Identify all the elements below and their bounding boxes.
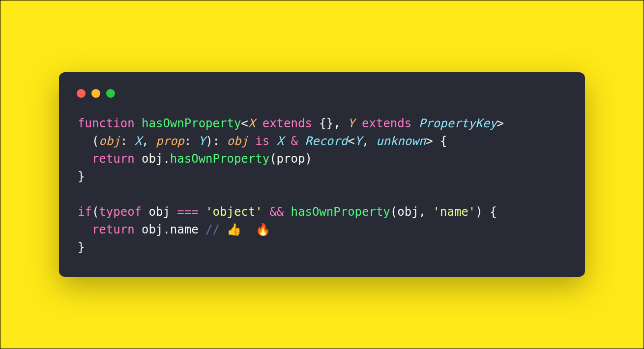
code-window: function hasOwnProperty<X extends {}, Y … <box>59 72 585 277</box>
code-token: // 👍 🔥 <box>205 223 270 236</box>
code-token: obj. <box>135 152 170 166</box>
code-token <box>255 116 262 130</box>
code-token: X <box>277 134 284 148</box>
code-token: function <box>78 116 135 130</box>
code-token <box>411 116 418 130</box>
code-token: obj <box>99 134 120 148</box>
code-token: Y <box>348 116 354 130</box>
code-token <box>312 116 319 130</box>
code-token: 'object' <box>205 205 263 219</box>
traffic-lights <box>77 89 566 98</box>
minimize-icon <box>91 89 100 98</box>
code-token <box>355 116 362 130</box>
code-token: (obj, <box>390 205 433 219</box>
code-token: prop <box>156 134 184 148</box>
code-token: X <box>248 116 255 130</box>
code-token: if <box>78 205 92 219</box>
code-token: (prop) <box>269 152 312 166</box>
code-token: hasOwnProperty <box>170 152 269 166</box>
code-token: ): <box>205 134 227 148</box>
code-block: function hasOwnProperty<X extends {}, Y … <box>78 115 566 256</box>
code-token: Record <box>305 134 348 148</box>
code-token: hasOwnProperty <box>142 116 241 130</box>
code-token <box>78 223 92 236</box>
close-icon <box>77 89 86 98</box>
code-token <box>298 134 305 148</box>
code-token: ) { <box>475 205 497 219</box>
code-token <box>263 205 269 219</box>
code-token <box>269 134 276 148</box>
code-token: < <box>348 134 354 148</box>
code-token: obj <box>142 205 177 219</box>
code-token: hasOwnProperty <box>291 205 390 219</box>
code-token: return <box>92 223 135 236</box>
code-token: ( <box>78 134 99 148</box>
code-token: extends <box>263 116 312 130</box>
code-token: extends <box>362 116 411 130</box>
code-token: , <box>333 116 348 130</box>
code-token: typeof <box>99 205 142 219</box>
code-token: { <box>433 134 447 148</box>
code-token: unknown <box>376 134 426 148</box>
code-token: Y <box>355 134 362 148</box>
code-token: PropertyKey <box>419 116 497 130</box>
code-token: return <box>92 152 135 166</box>
code-token <box>284 134 291 148</box>
maximize-icon <box>106 89 115 98</box>
code-token: } <box>78 170 85 183</box>
code-token: && <box>269 205 284 219</box>
code-token: > <box>426 134 433 148</box>
code-token <box>284 205 291 219</box>
code-token: : <box>184 134 199 148</box>
code-token: : <box>120 134 135 148</box>
code-token: X <box>135 134 142 148</box>
code-token: obj.name <box>135 223 206 236</box>
code-token <box>135 116 142 130</box>
code-token <box>78 152 92 166</box>
code-token: obj <box>227 134 248 148</box>
code-token: ( <box>92 205 99 219</box>
code-token: , <box>362 134 376 148</box>
code-token: Y <box>199 134 205 148</box>
code-token: is <box>255 134 269 148</box>
code-token: {} <box>319 116 333 130</box>
code-token: , <box>142 134 156 148</box>
code-token: & <box>291 134 298 148</box>
code-token: === <box>177 205 198 219</box>
code-token <box>199 205 205 219</box>
code-token <box>248 134 255 148</box>
code-token: < <box>241 116 248 130</box>
code-token: } <box>78 240 85 254</box>
code-token: 'name' <box>433 205 476 219</box>
code-token: > <box>497 116 504 130</box>
